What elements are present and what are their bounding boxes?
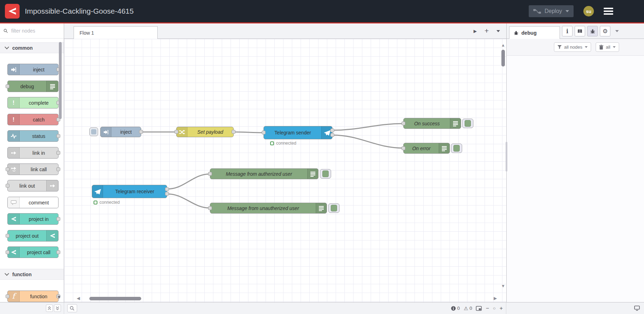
flow-list-dropdown-icon[interactable]	[496, 30, 500, 32]
add-flow-button[interactable]: +	[485, 27, 489, 35]
input-port[interactable]	[6, 184, 9, 188]
vertical-scrollbar[interactable]	[501, 50, 505, 67]
input-port[interactable]	[402, 146, 405, 150]
input-port[interactable]	[6, 250, 9, 254]
palette-node-project-out[interactable]: project out	[7, 230, 59, 242]
palette-node-link-call[interactable]: link call	[7, 163, 59, 175]
status-text: connected	[276, 141, 296, 146]
input-port[interactable]	[6, 167, 9, 171]
scroll-down-icon[interactable]: ▼	[501, 284, 505, 288]
output-port[interactable]	[56, 167, 60, 171]
trash-icon	[599, 45, 603, 50]
palette-node-complete[interactable]: ! complete	[7, 97, 59, 109]
category-label: function	[12, 272, 32, 277]
wire[interactable]	[333, 135, 403, 148]
input-port[interactable]	[6, 294, 9, 298]
palette-node-comment[interactable]: comment	[7, 197, 59, 208]
palette-category-common[interactable]: common	[0, 42, 64, 53]
palette-node-inject[interactable]: inject	[7, 64, 59, 75]
palette-node-catch[interactable]: ! catch	[7, 114, 59, 125]
output-port[interactable]	[56, 250, 60, 254]
palette-node-function[interactable]: f function	[7, 291, 59, 302]
inject-trigger-button[interactable]	[89, 127, 98, 136]
output-port[interactable]	[56, 217, 60, 221]
info-count-value: 0	[457, 306, 460, 311]
palette-filter-input[interactable]	[11, 28, 56, 34]
input-port[interactable]	[208, 206, 212, 210]
sidebar-tabs-dropdown-icon[interactable]	[615, 30, 619, 32]
flow-node-telegram-sender[interactable]: Telegram sender	[263, 126, 333, 139]
flow-tabbar: Flow 1 ▶ +	[64, 23, 506, 39]
debug-enable-toggle[interactable]	[451, 144, 462, 153]
search-flows-button[interactable]	[67, 304, 77, 312]
debug-enable-toggle[interactable]	[328, 203, 340, 213]
flow-node-set-payload[interactable]: Set payload	[176, 127, 234, 137]
deploy-dropdown-icon[interactable]	[566, 10, 569, 12]
debug-enable-toggle[interactable]	[320, 169, 331, 179]
palette-category-function[interactable]: function	[0, 269, 64, 280]
palette-scroll-down-icon[interactable]: ▼	[57, 295, 61, 299]
flow-node-on-success[interactable]: On success	[403, 118, 461, 129]
zoom-reset-button[interactable]: ○	[493, 306, 496, 310]
input-port[interactable]	[208, 172, 212, 176]
debug-tab-button[interactable]	[587, 26, 598, 36]
collapse-categories-button[interactable]	[46, 305, 53, 312]
input-port[interactable]	[174, 130, 178, 134]
tab-scroll-icon[interactable]: ▶	[474, 29, 477, 34]
scroll-right-icon[interactable]: ▶	[494, 296, 497, 300]
config-tab-button[interactable]: ⚙	[600, 26, 610, 36]
flow-node-message-authorized[interactable]: Message from autherized user	[210, 168, 318, 179]
zoom-out-button[interactable]: −	[486, 306, 489, 311]
main-menu-button[interactable]	[604, 8, 613, 15]
open-new-window-icon[interactable]	[634, 306, 640, 311]
scroll-left-icon[interactable]: ◀	[77, 296, 80, 300]
debug-filter-button[interactable]: all nodes	[554, 42, 591, 52]
minimap-toggle-icon[interactable]	[476, 306, 482, 311]
flow-node-on-error[interactable]: On error	[403, 143, 450, 154]
info-tab-button[interactable]: i	[562, 26, 573, 36]
input-port[interactable]	[402, 121, 405, 125]
node-red-icon	[8, 214, 20, 224]
palette-node-project-in[interactable]: project in	[7, 213, 59, 225]
input-port[interactable]	[6, 84, 9, 88]
info-count[interactable]: 0	[451, 306, 460, 311]
flow-canvas[interactable]: inject Set payload Telegram sender	[64, 39, 506, 302]
output-port-success[interactable]	[330, 128, 334, 132]
output-port-error[interactable]	[330, 133, 334, 137]
flow-tab[interactable]: Flow 1	[74, 26, 158, 39]
zoom-in-button[interactable]: +	[500, 306, 503, 311]
output-port-authorized[interactable]	[165, 187, 169, 191]
palette-node-debug[interactable]: debug	[7, 81, 59, 92]
expand-categories-button[interactable]	[54, 305, 61, 312]
warning-count[interactable]: ⚠ 0	[464, 306, 472, 311]
input-port[interactable]	[262, 131, 266, 134]
output-port[interactable]	[139, 130, 143, 134]
user-avatar[interactable]: su	[583, 6, 594, 16]
input-port[interactable]	[6, 234, 9, 238]
output-port[interactable]	[56, 134, 60, 138]
debug-enable-toggle[interactable]	[462, 119, 473, 128]
page-title: Impossible-Cackling-Goose-4615	[25, 7, 133, 15]
flow-node-message-unauthorized[interactable]: Message from unautherized user	[210, 203, 327, 214]
palette-node-link-out[interactable]: link out	[7, 180, 59, 191]
output-port[interactable]	[56, 151, 60, 155]
output-port[interactable]	[232, 130, 235, 134]
wire[interactable]	[234, 132, 263, 133]
debug-clear-button[interactable]: all	[596, 42, 619, 52]
sidebar-resize-handle[interactable]	[506, 142, 507, 172]
output-port-unauthorized[interactable]	[165, 192, 169, 196]
wire[interactable]	[167, 194, 210, 208]
palette-node-status[interactable]: status	[7, 130, 59, 142]
deploy-button[interactable]: Deploy	[529, 5, 574, 17]
palette-scrollbar[interactable]	[59, 42, 62, 119]
flow-node-telegram-receiver[interactable]: Telegram receiver	[92, 185, 167, 198]
horizontal-scrollbar[interactable]	[89, 297, 141, 300]
wire[interactable]	[167, 174, 210, 189]
help-tab-button[interactable]	[575, 26, 585, 36]
sidebar-tab-debug[interactable]: debug	[509, 26, 560, 39]
palette-node-project-call[interactable]: project call	[7, 246, 59, 258]
palette-node-link-in[interactable]: link in	[7, 147, 59, 159]
scroll-up-icon[interactable]: ▲	[501, 43, 505, 47]
flow-node-inject[interactable]: inject	[100, 127, 141, 137]
wire[interactable]	[333, 124, 403, 130]
